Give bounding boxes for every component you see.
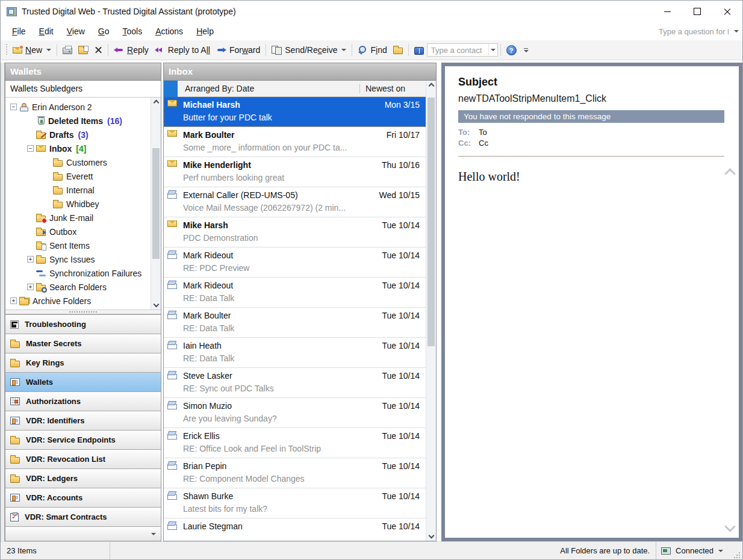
question-box[interactable]: Type a question for l: [659, 27, 742, 36]
toolbar-overflow-button[interactable]: [522, 43, 530, 57]
tree-item-sync-issues[interactable]: +Sync Issues: [7, 252, 149, 266]
menu-help[interactable]: Help: [190, 24, 220, 39]
scrollbar-thumb[interactable]: [152, 148, 160, 258]
arranged-by-label[interactable]: Arranged By: Date: [185, 84, 359, 93]
module-button-vdr-identifiers[interactable]: VDR: Identifiers: [5, 411, 161, 430]
email-list-item[interactable]: Steve LaskerTue 10/14RE: Sync out PDC Ta…: [164, 368, 426, 398]
module-button-vdr-service-endpoints[interactable]: VDR: Service Endpoints: [5, 430, 161, 449]
delete-button[interactable]: [91, 44, 105, 56]
scroll-down-icon[interactable]: [724, 521, 735, 532]
email-list-item[interactable]: Mike HenderlightThu 10/16Perf numbers lo…: [164, 157, 426, 187]
tree-item-whidbey[interactable]: Whidbey: [7, 197, 149, 211]
new-button[interactable]: New: [10, 43, 54, 57]
module-button-vdr-ledgers[interactable]: VDR: Ledgers: [5, 468, 161, 488]
email-list-item[interactable]: Simon MuzioTue 10/14Are you leaving Sund…: [164, 398, 426, 428]
sort-order-label[interactable]: Newest on: [359, 84, 426, 93]
tree-item-inbox[interactable]: −Inbox[4]: [7, 142, 149, 155]
menu-edit[interactable]: Edit: [33, 24, 60, 39]
forward-button[interactable]: Forward: [213, 43, 263, 57]
tree-item-outbox[interactable]: Outbox: [7, 225, 149, 238]
email-list-item[interactable]: Mark BoulterTue 10/14RE: Data Talk: [164, 308, 426, 338]
chevron-down-icon[interactable]: [718, 550, 723, 552]
module-button-vdr-revocation-list[interactable]: VDR: Revocation List: [5, 449, 161, 468]
collapse-icon[interactable]: −: [27, 145, 34, 152]
chevron-down-icon[interactable]: [734, 30, 739, 33]
module-button-authorizations[interactable]: Authorizations: [5, 391, 161, 411]
menu-tools[interactable]: Tools: [116, 24, 149, 39]
tree-item-erin-anderson-2[interactable]: −Erin Anderson 2: [7, 100, 149, 114]
print-button[interactable]: [60, 44, 75, 56]
send-receive-button[interactable]: Send/Receive: [269, 43, 349, 57]
reply-button[interactable]: Reply: [111, 43, 152, 57]
expand-icon[interactable]: +: [27, 256, 34, 263]
collapse-icon[interactable]: −: [10, 104, 17, 110]
tree-item-drafts[interactable]: Drafts(3): [7, 128, 149, 142]
module-button-wallets[interactable]: Wallets: [5, 372, 161, 391]
expand-icon[interactable]: +: [10, 297, 17, 304]
tree-scrollbar[interactable]: [151, 98, 161, 310]
tree-item-deleted-items[interactable]: Deleted Items(16): [7, 114, 149, 128]
tree-item-sent-items[interactable]: Sent Items: [7, 238, 149, 252]
email-list-scrollbar[interactable]: [426, 81, 436, 541]
email-list-item[interactable]: Mark BoulterFri 10/17Some _more_ informa…: [164, 127, 426, 157]
email-list-item[interactable]: Mark RideoutTue 10/14RE: PDC Preview: [164, 247, 426, 278]
menu-file[interactable]: File: [5, 24, 33, 39]
tree-item-junk-e-mail[interactable]: Junk E-mail: [7, 211, 149, 225]
tree-item-synchronization-failures[interactable]: Synchronization Failures: [7, 266, 149, 280]
configure-buttons-row[interactable]: [5, 526, 161, 541]
maximize-button[interactable]: [682, 1, 712, 22]
menu-go[interactable]: Go: [92, 24, 116, 39]
toolbar-grip[interactable]: [5, 44, 8, 56]
app-window: Trusted Digital Web - Trusted Digital As…: [0, 0, 743, 560]
tree-item-search-folders[interactable]: +Search Folders: [7, 280, 149, 294]
expand-icon[interactable]: +: [27, 284, 34, 290]
tree-item-internal[interactable]: Internal: [7, 183, 149, 197]
scroll-up-icon[interactable]: [426, 81, 436, 91]
email-list-item[interactable]: Mike HarshTue 10/14PDC Demonstration: [164, 217, 426, 247]
menu-view[interactable]: View: [60, 24, 92, 39]
module-button-vdr-smart-contracts[interactable]: VDR: Smart Contracts: [5, 507, 161, 526]
email-list-item[interactable]: Shawn BurkeTue 10/14Latest bits for my t…: [164, 488, 426, 518]
module-button-label: VDR: Ledgers: [26, 474, 78, 483]
reply-to-all-button[interactable]: Reply to All: [152, 43, 213, 57]
address-book-button[interactable]: [411, 44, 427, 57]
chevron-down-icon[interactable]: [488, 44, 497, 56]
scroll-up-icon[interactable]: [151, 98, 161, 108]
scroll-up-icon[interactable]: [724, 168, 735, 179]
search-folders-icon: [36, 285, 46, 291]
inbox-panel: Inbox Arranged By: Date Newest on Michae…: [163, 63, 437, 541]
email-list-item[interactable]: Iain HeathTue 10/14RE: Data Talk: [164, 338, 426, 368]
minimize-button[interactable]: [652, 1, 682, 22]
module-button-vdr-accounts[interactable]: VDR: Accounts: [5, 488, 161, 507]
module-button-troubleshooting[interactable]: Troubleshooting: [5, 314, 161, 334]
email-list-item[interactable]: Erick EllisTue 10/14RE: Office Look and …: [164, 428, 426, 458]
help-button[interactable]: [503, 43, 520, 57]
menu-actions[interactable]: Actions: [149, 24, 190, 39]
email-list-item[interactable]: Mark RideoutTue 10/14RE: Data Talk: [164, 278, 426, 308]
email-list-item[interactable]: External Caller (RED-UMS-05)Wed 10/15Voi…: [164, 187, 426, 217]
email-list-item[interactable]: Michael HarshMon 3/15Butter for your PDC…: [164, 97, 426, 127]
open-folder-button[interactable]: [390, 44, 406, 56]
tree-item-customers[interactable]: Customers: [7, 155, 149, 169]
scroll-down-icon[interactable]: [426, 530, 436, 541]
tree-item-everett[interactable]: Everett: [7, 169, 149, 183]
module-button-master-secrets[interactable]: Master Secrets: [5, 334, 161, 353]
move-to-folder-button[interactable]: [75, 44, 91, 56]
email-list-item[interactable]: Laurie StegmanTue 10/14: [164, 518, 426, 541]
print-icon: [63, 48, 72, 54]
connection-status[interactable]: Connected: [676, 546, 713, 555]
panel-splitter[interactable]: [5, 310, 161, 314]
scrollbar-thumb[interactable]: [427, 98, 435, 346]
chevron-down-icon[interactable]: [341, 49, 346, 51]
find-button[interactable]: Find: [355, 43, 390, 57]
chevron-down-icon[interactable]: [46, 49, 51, 51]
scroll-down-icon[interactable]: [151, 299, 161, 310]
tree-item-archive-folders[interactable]: +Archive Folders: [7, 294, 149, 308]
module-button-key-rings[interactable]: Key Rings: [5, 353, 161, 372]
email-list-item[interactable]: Brian PepinTue 10/14RE: Component Model …: [164, 458, 426, 488]
type-a-contact-combo[interactable]: Type a contact: [427, 43, 498, 57]
contacts-icon: [10, 494, 20, 502]
close-button[interactable]: [712, 1, 742, 22]
resize-grip[interactable]: [732, 550, 741, 559]
list-column-header[interactable]: Arranged By: Date Newest on: [164, 81, 426, 97]
